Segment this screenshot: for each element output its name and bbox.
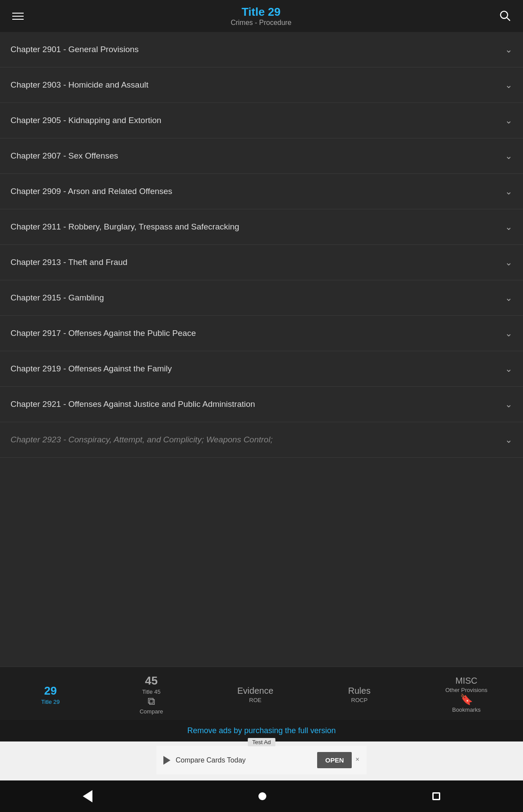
chapter-item-2921[interactable]: Chapter 2921 - Offenses Against Justice … <box>0 387 523 422</box>
header: Title 29 Crimes - Procedure <box>0 0 523 32</box>
chevron-icon-2909: ⌄ <box>505 186 512 197</box>
ad-remove-text: Remove ads by purchasing the full versio… <box>187 726 336 735</box>
ad-play-icon <box>163 756 170 765</box>
ad-area: Test Ad Compare Cards Today OPEN ✕ <box>0 741 523 780</box>
nav-misc[interactable]: MISC Other Provisions 🔖 Bookmarks <box>438 673 495 716</box>
chevron-icon-2919: ⌄ <box>505 364 512 374</box>
chapter-item-2909[interactable]: Chapter 2909 - Arson and Related Offense… <box>0 174 523 209</box>
chapter-item-2907[interactable]: Chapter 2907 - Sex Offenses⌄ <box>0 138 523 174</box>
chapter-text-2905: Chapter 2905 - Kidnapping and Extortion <box>11 116 505 125</box>
recents-button[interactable] <box>430 790 443 803</box>
chevron-icon-2911: ⌄ <box>505 222 512 232</box>
chapter-item-2905[interactable]: Chapter 2905 - Kidnapping and Extortion⌄ <box>0 103 523 138</box>
chapter-item-2919[interactable]: Chapter 2919 - Offenses Against the Fami… <box>0 351 523 387</box>
ad-close-x[interactable]: ✕ <box>355 756 360 763</box>
chapter-text-2909: Chapter 2909 - Arson and Related Offense… <box>11 187 505 196</box>
nav-evidence[interactable]: Evidence ROE <box>230 683 280 706</box>
nav-rules[interactable]: Rules ROCP <box>337 683 381 706</box>
ad-container: Test Ad Compare Cards Today OPEN ✕ <box>156 746 367 774</box>
chapter-item-2901[interactable]: Chapter 2901 - General Provisions⌄ <box>0 32 523 67</box>
search-button[interactable] <box>495 6 514 27</box>
chapter-text-2921: Chapter 2921 - Offenses Against Justice … <box>11 399 505 409</box>
chevron-icon-2907: ⌄ <box>505 151 512 161</box>
chevron-icon-2913: ⌄ <box>505 257 512 268</box>
ad-text: Compare Cards Today <box>176 756 246 764</box>
chapter-item-2923[interactable]: Chapter 2923 - Conspiracy, Attempt, and … <box>0 422 523 458</box>
chapter-text-2903: Chapter 2903 - Homicide and Assault <box>11 80 505 90</box>
chapter-text-2907: Chapter 2907 - Sex Offenses <box>11 151 505 161</box>
chapter-item-2915[interactable]: Chapter 2915 - Gambling⌄ <box>0 280 523 316</box>
chapter-text-2917: Chapter 2917 - Offenses Against the Publ… <box>11 328 505 338</box>
chapter-text-2913: Chapter 2913 - Theft and Fraud <box>11 258 505 267</box>
chapter-text-2911: Chapter 2911 - Robbery, Burglary, Trespa… <box>11 222 505 232</box>
home-button[interactable] <box>256 790 269 803</box>
header-title-block: Title 29 Crimes - Procedure <box>231 5 292 27</box>
ad-label: Test Ad <box>248 738 276 746</box>
chevron-icon-2905: ⌄ <box>505 115 512 126</box>
ad-content: Compare Cards Today <box>163 756 317 765</box>
bookmarks-icon: 🔖 <box>460 693 473 706</box>
chapter-text-2901: Chapter 2901 - General Provisions <box>11 45 505 54</box>
menu-button[interactable] <box>9 9 27 23</box>
chapter-text-2923: Chapter 2923 - Conspiracy, Attempt, and … <box>11 435 272 445</box>
chapter-text-2919: Chapter 2919 - Offenses Against the Fami… <box>11 364 505 374</box>
ad-open-button[interactable]: OPEN <box>317 752 352 768</box>
bottom-nav: 29 Title 29 45 Title 45 ⧉ Compare Eviden… <box>0 667 523 720</box>
chapter-item-2913[interactable]: Chapter 2913 - Theft and Fraud⌄ <box>0 245 523 280</box>
chevron-icon-2915: ⌄ <box>505 293 512 303</box>
back-button[interactable] <box>80 787 95 805</box>
chevron-icon-2921: ⌄ <box>505 399 512 410</box>
page-subtitle: Crimes - Procedure <box>231 19 292 27</box>
svg-line-1 <box>507 18 509 20</box>
nav-title-29[interactable]: 29 Title 29 <box>28 681 72 708</box>
compare-icon: ⧉ <box>148 695 155 707</box>
chapter-item-2903[interactable]: Chapter 2903 - Homicide and Assault⌄ <box>0 67 523 103</box>
chapter-item-2911[interactable]: Chapter 2911 - Robbery, Burglary, Trespa… <box>0 209 523 245</box>
chevron-icon-2901: ⌄ <box>505 44 512 55</box>
page-title: Title 29 <box>231 5 292 19</box>
system-nav <box>0 780 523 812</box>
nav-title-45[interactable]: 45 Title 45 ⧉ Compare <box>129 671 173 717</box>
chapter-list: Chapter 2901 - General Provisions⌄Chapte… <box>0 32 523 667</box>
chevron-icon-2903: ⌄ <box>505 80 512 90</box>
chevron-icon-2917: ⌄ <box>505 328 512 339</box>
chapter-item-2917[interactable]: Chapter 2917 - Offenses Against the Publ… <box>0 316 523 351</box>
chapter-text-2915: Chapter 2915 - Gambling <box>11 293 505 303</box>
chevron-icon-2923: ⌄ <box>505 434 512 445</box>
